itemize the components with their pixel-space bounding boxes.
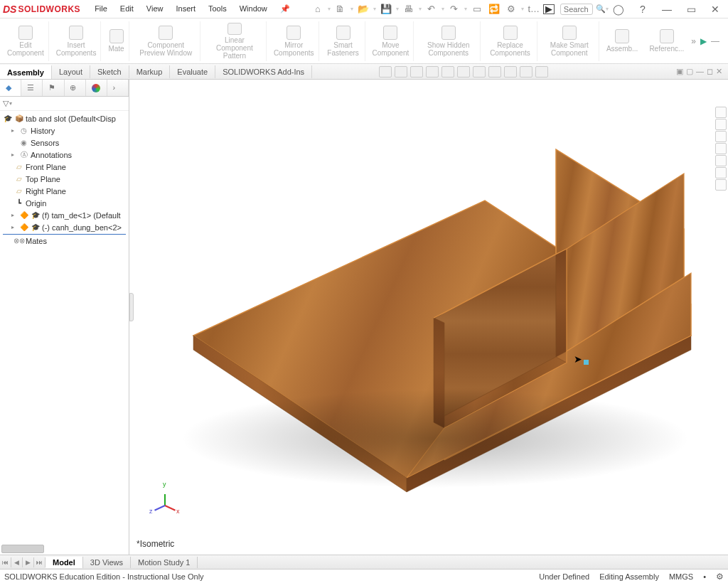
select-icon[interactable]: ▭ bbox=[469, 2, 485, 16]
taskpane-resources-icon[interactable] bbox=[715, 119, 727, 130]
property-manager-tab-icon[interactable]: ☰ bbox=[21, 80, 43, 96]
menu-pin-icon[interactable]: 📌 bbox=[274, 2, 296, 16]
manager-tabs-overflow-icon[interactable]: › bbox=[107, 80, 129, 96]
search-input[interactable] bbox=[564, 5, 589, 14]
doc-minimize-icon[interactable]: — bbox=[696, 67, 704, 76]
taskpane-file-explorer-icon[interactable] bbox=[715, 143, 727, 154]
ribbon-move-component[interactable]: Move Component bbox=[368, 21, 414, 61]
tree-annotations[interactable]: ▸ⒶAnnotations bbox=[0, 149, 129, 161]
nav-next-icon[interactable]: ▶ bbox=[23, 557, 34, 567]
play-icon[interactable]: ▶ bbox=[543, 4, 555, 14]
rebuild-icon[interactable]: 🔁 bbox=[486, 2, 502, 16]
expand-icon[interactable]: ▸ bbox=[11, 151, 17, 158]
ribbon-edit-component[interactable]: Edit Component bbox=[3, 21, 49, 61]
nav-last-icon[interactable]: ⏭ bbox=[34, 557, 46, 567]
menu-tools[interactable]: Tools bbox=[203, 2, 232, 16]
render-tools-icon[interactable] bbox=[535, 66, 548, 77]
tree-part-tam-de[interactable]: ▸🔶🎓(f) tam_de<1> (Default bbox=[0, 209, 129, 221]
ribbon-smart-fasteners[interactable]: Smart Fasteners bbox=[322, 21, 365, 61]
tree-mates[interactable]: ⊗⊗Mates bbox=[0, 235, 129, 247]
apply-scene-icon[interactable] bbox=[504, 66, 517, 77]
display-style-icon[interactable] bbox=[457, 66, 470, 77]
search-icon[interactable]: 🔍 bbox=[596, 4, 606, 14]
ribbon-make-smart-component[interactable]: Make Smart Component bbox=[540, 21, 599, 61]
taskpane-appearances-icon[interactable] bbox=[715, 167, 727, 178]
menu-insert[interactable]: Insert bbox=[170, 2, 201, 16]
doc-close-icon[interactable]: ✕ bbox=[716, 67, 722, 76]
ribbon-show-hidden[interactable]: Show Hidden Components bbox=[417, 21, 481, 61]
tab-markup[interactable]: Markup bbox=[129, 65, 171, 78]
ribbon-play-icon[interactable]: ▶ bbox=[700, 36, 707, 46]
tab-sketch[interactable]: Sketch bbox=[90, 65, 129, 78]
minimize-button[interactable]: — bbox=[657, 2, 677, 16]
panel-scrollbar[interactable] bbox=[1, 545, 44, 553]
taskpane-design-library-icon[interactable] bbox=[715, 131, 727, 142]
tree-front-plane[interactable]: ▱Front Plane bbox=[0, 161, 129, 173]
tree-history[interactable]: ▸◷History bbox=[0, 124, 129, 137]
menu-view[interactable]: View bbox=[141, 2, 169, 16]
ribbon-reference-geometry[interactable]: Referenc... bbox=[645, 21, 688, 61]
feature-manager-tab-icon[interactable]: ◆ bbox=[0, 80, 21, 96]
section-view-icon[interactable] bbox=[426, 66, 439, 77]
ribbon-assembly-features[interactable]: Assemb... bbox=[602, 21, 642, 61]
dimxpert-manager-tab-icon[interactable]: ⊕ bbox=[65, 80, 86, 96]
bottom-tab-3d-views[interactable]: 3D Views bbox=[83, 557, 131, 568]
doc-max2-icon[interactable]: ◻ bbox=[707, 67, 713, 76]
nav-prev-icon[interactable]: ◀ bbox=[11, 557, 23, 567]
overflow-icon[interactable]: t… bbox=[526, 2, 542, 16]
graphics-viewport[interactable]: ➤ x y z *Isometric bbox=[129, 80, 728, 555]
ribbon-component-preview[interactable]: Component Preview Window bbox=[132, 21, 200, 61]
view-orientation-icon[interactable] bbox=[441, 66, 454, 77]
menu-file[interactable]: File bbox=[89, 2, 113, 16]
taskpane-home-icon[interactable] bbox=[715, 107, 727, 118]
bottom-tab-motion-study[interactable]: Motion Study 1 bbox=[131, 557, 198, 568]
ribbon-dash-icon[interactable]: — bbox=[711, 36, 719, 46]
nav-first-icon[interactable]: ⏮ bbox=[0, 557, 11, 567]
expand-icon[interactable]: ▸ bbox=[11, 127, 17, 134]
redo-icon[interactable]: ↷ bbox=[446, 2, 462, 16]
tab-layout[interactable]: Layout bbox=[52, 65, 90, 78]
help-icon[interactable]: ? bbox=[633, 2, 653, 16]
taskpane-custom-props-icon[interactable] bbox=[715, 179, 727, 191]
save-icon[interactable]: 💾 bbox=[378, 2, 394, 16]
tree-root[interactable]: 🎓 📦 tab and slot (Default<Disp bbox=[0, 112, 129, 124]
tab-assembly[interactable]: Assembly bbox=[0, 65, 52, 79]
filter-dropdown-icon[interactable]: ▾ bbox=[9, 100, 12, 107]
tree-right-plane[interactable]: ▱Right Plane bbox=[0, 185, 129, 197]
search-commands[interactable] bbox=[560, 4, 593, 15]
ribbon-mirror-components[interactable]: Mirror Components bbox=[269, 21, 319, 61]
ribbon-replace-components[interactable]: Replace Components bbox=[483, 21, 537, 61]
zoom-fit-icon[interactable] bbox=[379, 66, 392, 77]
display-manager-tab-icon[interactable] bbox=[86, 80, 107, 96]
ribbon-mate[interactable]: Mate bbox=[104, 21, 129, 61]
taskpane-view-palette-icon[interactable] bbox=[715, 155, 727, 166]
doc-restore-icon[interactable]: ▣ bbox=[676, 67, 683, 76]
panel-splitter-handle[interactable] bbox=[129, 293, 134, 321]
ribbon-insert-components[interactable]: Insert Components bbox=[52, 21, 102, 61]
options-icon[interactable]: ⚙ bbox=[503, 2, 519, 16]
open-icon[interactable]: 📂 bbox=[355, 2, 371, 16]
tab-evaluate[interactable]: Evaluate bbox=[170, 65, 215, 78]
status-units-label[interactable]: MMGS bbox=[669, 572, 693, 581]
undo-icon[interactable]: ↶ bbox=[424, 2, 439, 16]
expand-icon[interactable]: ▸ bbox=[11, 224, 17, 230]
hide-show-icon[interactable] bbox=[473, 66, 486, 77]
home-icon[interactable]: ⌂ bbox=[310, 2, 326, 16]
orientation-triad[interactable]: x y z bbox=[151, 483, 179, 512]
configuration-manager-tab-icon[interactable]: ⚑ bbox=[43, 80, 64, 96]
close-button[interactable]: ✕ bbox=[705, 2, 725, 16]
previous-view-icon[interactable] bbox=[410, 66, 423, 77]
filter-funnel-icon[interactable]: ▽ bbox=[3, 99, 9, 108]
tab-addins[interactable]: SOLIDWORKS Add-Ins bbox=[215, 65, 312, 78]
print-icon[interactable]: 🖶 bbox=[401, 2, 417, 16]
maximize-button[interactable]: ▭ bbox=[681, 2, 701, 16]
view-settings-icon[interactable] bbox=[520, 66, 532, 77]
status-gear-icon[interactable]: ⚙ bbox=[716, 572, 724, 582]
zoom-area-icon[interactable] bbox=[395, 66, 407, 77]
bottom-tab-model[interactable]: Model bbox=[46, 557, 83, 568]
ribbon-linear-pattern[interactable]: Linear Component Pattern bbox=[203, 21, 267, 61]
new-icon[interactable]: 🗎 bbox=[333, 2, 348, 16]
tree-part-canh-dung-ben[interactable]: ▸🔶🎓(-) canh_dung_ben<2> bbox=[0, 221, 129, 233]
tree-sensors[interactable]: ◉Sensors bbox=[0, 137, 129, 149]
menu-edit[interactable]: Edit bbox=[114, 2, 139, 16]
